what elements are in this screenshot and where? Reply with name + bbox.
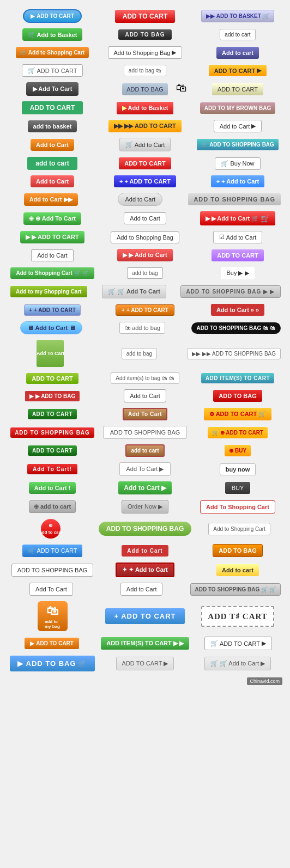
add-to-cart-small-blue[interactable]: + + ADD TO CART	[24, 304, 81, 316]
add-to-cart-green-flat[interactable]: ADD TO CART	[22, 101, 83, 114]
add-to-cart-purple[interactable]: ADD TO CART	[212, 249, 264, 261]
add-my-shopping-cart[interactable]: Add to my Shopping Cart	[10, 286, 87, 297]
add-to-cart-pill[interactable]: Add to Cart	[118, 193, 162, 206]
add-to-shopping-bag-dark[interactable]: ADD TO SHOPPING BAG ▶ ▶	[180, 285, 281, 298]
add-to-bag-button[interactable]: ADD TO BAG	[118, 29, 171, 40]
buy-button[interactable]: Buy ▶ ▶	[221, 267, 254, 279]
add-to-cart-dashed[interactable]: ADD T♯ CART	[201, 606, 274, 627]
add-to-shopping-cart-cart[interactable]: 🛒 🛒 Add to Cart ▶	[204, 657, 271, 670]
add-to-shopping-cart-orange[interactable]: ADD TO BAG	[213, 544, 262, 557]
add-to-cart-plain[interactable]: ADD TO SHOPPING BAG	[103, 426, 188, 439]
add-to-cart-outline[interactable]: 🛒 ADD TO CART	[22, 64, 83, 77]
add-to-cart-yellow[interactable]: ADD TO CART ▶	[209, 65, 267, 76]
add-to-basket-light[interactable]: ADD TO CART ▶	[116, 657, 174, 670]
add-items-to-cart-teal[interactable]: ADD ITEM(S) TO CART	[201, 373, 274, 383]
add-to-cart-yellow2[interactable]: ⊕ ADD TO CART 🛒	[204, 408, 272, 420]
add-to-cart-green3[interactable]: ▶ ▶ ADD TO CART	[20, 231, 84, 243]
add-to-cart-simple-border[interactable]: Add to Cart	[31, 249, 74, 261]
add-to-cart-cart-icon3[interactable]: 🛒 ADD TO CART	[22, 545, 83, 557]
add-to-cart-white6[interactable]: Add to Cart	[120, 583, 163, 596]
add-to-shopping-bag-arrows[interactable]: ▶▶ ▶▶ ADD TO SHOPPING BAG	[187, 348, 281, 359]
buy-plain[interactable]: buy now	[220, 463, 256, 475]
add-to-shopping-bag-icon[interactable]: ADD TO SHOPPING BAG 🛒 🛒	[190, 583, 281, 596]
add-to-cart-red-circle[interactable]: ⊕ add to cart	[41, 519, 61, 539]
add-to-cart-circle[interactable]: ⊕ ⊕ Add To Cart	[23, 212, 81, 225]
add-to-cart-border-white[interactable]: 🛒 ADD TO CART ▶	[204, 637, 272, 650]
add-to-cart-green4[interactable]: Add to Cart !	[29, 482, 76, 494]
add-to-cart-arrow-right[interactable]: Add to Cart ▶	[214, 120, 262, 132]
add-to-cart-orange[interactable]: Add to Cart	[31, 139, 74, 151]
add-to-shopping-bag-brown[interactable]: Add To Cart	[123, 408, 167, 420]
add-to-shopping-bag-button[interactable]: Add to Shopping Bag ▶	[108, 46, 183, 59]
add-to-cart-dark[interactable]: ▶ Add To Cart	[26, 82, 79, 96]
add-to-cart-pill-blue[interactable]: 🖥 Add to Cart 🖥	[20, 321, 82, 334]
buy-now-button[interactable]: 🛒 Buy Now	[215, 157, 260, 170]
add-to-bag-orange[interactable]: Add to cart	[216, 564, 259, 576]
add-to-cart-white[interactable]: Add to Cart	[124, 212, 166, 224]
add-to-shopping-cart-outline[interactable]: Add to Shopping Cart	[208, 523, 270, 535]
add-to-shopping-bag-blue-sm[interactable]: ADD TO CART	[28, 445, 77, 456]
add-to-cart-gray2[interactable]: ⊕ add to cart	[29, 500, 76, 513]
add-to-cart-cart-icon2[interactable]: 🛒 🛒 Add To Cart	[102, 285, 166, 298]
add-to-cart-darkred[interactable]: ADD TO SHOPPING BAG	[10, 427, 94, 438]
add-to-cart-green2[interactable]: add to cart	[27, 157, 77, 170]
add-to-cart-border-gray[interactable]: Order Now ▶	[122, 500, 168, 514]
add-to-cart-white5[interactable]: Add To Cart	[29, 583, 73, 596]
add-to-cart-red-append[interactable]: Add to Cart » »	[211, 304, 264, 316]
add-to-cart-white3[interactable]: Add To Cart ▶	[119, 462, 171, 476]
add-to-shopping-bag-black[interactable]: ADD TO SHOPPING BAG 🛍 🛍	[191, 322, 281, 334]
buy-plain2[interactable]: Add To Shopping Cart	[200, 500, 275, 514]
add-to-cart-bordered[interactable]: ☑ Add to Cart	[213, 231, 263, 243]
add-to-bag-icon-btn[interactable]: 🛍 add tomy bag	[38, 601, 68, 631]
add-to-shopping-bag-white[interactable]: Add to Shopping Bag	[111, 231, 179, 243]
add-to-cart-button-2[interactable]: ADD TO CART	[115, 10, 175, 23]
add-to-bag-icon[interactable]: 🛍 add to bag	[119, 322, 165, 334]
add-to-shopping-bag-sm[interactable]: Add to Cart	[122, 545, 168, 557]
add-to-cart-gold[interactable]: ADD TO CART	[212, 83, 263, 95]
add-to-shopping-bag-grey[interactable]: ADD TO SHOPPING BAG	[188, 193, 281, 205]
add-to-cart-green-arrow[interactable]: Add to Cart ▶	[118, 481, 171, 494]
add-to-bag-outline[interactable]: add to bag 🛍	[124, 65, 166, 76]
add-to-basket-dark[interactable]: add to basket	[28, 120, 77, 132]
add-to-cart-big-green[interactable]: + ADD TO CART	[105, 608, 184, 624]
add-to-cart-blue[interactable]: Add to cart	[216, 47, 259, 59]
order-now-button[interactable]: ADD TO SHOPPING BAG	[99, 522, 191, 536]
add-to-cart-small[interactable]: add to cart	[220, 29, 255, 40]
buy-now-dark[interactable]: BUY	[225, 482, 251, 494]
add-to-cart-red3[interactable]: ▶ ▶ Add to Cart	[117, 249, 173, 261]
add-items-to-bag[interactable]: Add item(s) to bag 🛍 🛍	[111, 372, 179, 384]
add-to-cart-white2[interactable]: Add to Cart	[124, 389, 166, 402]
add-to-bag-sm-red[interactable]: ▶ ADD TO CART	[25, 638, 79, 649]
add-to-cart-olivegreen[interactable]: ADD TO CART	[26, 373, 78, 384]
add-to-cart-blue-big[interactable]: ▶ ADD TO BAG 🛒	[10, 656, 94, 671]
add-to-cart-white4[interactable]: ADD TO SHOPPING BAG	[11, 564, 94, 577]
add-to-shopping-bag-teal[interactable]: 🛒 ADD TO SHOPPING BAG	[197, 139, 279, 150]
add-to-cart-blue-plus[interactable]: + + Add to Cart	[211, 175, 264, 187]
add-to-shopping-bag-dark2[interactable]: add to cart	[125, 444, 164, 457]
add-to-bag-plain[interactable]: add to bag	[127, 267, 162, 279]
add-to-cart-cart-icon[interactable]: 🛒 Add to Cart	[119, 138, 171, 151]
add-to-cart-red2[interactable]: Add to Cart	[31, 175, 74, 187]
add-to-bag-plain2[interactable]: add to bag	[122, 348, 157, 359]
add-to-cart-orange2[interactable]: + + ADD TO CART	[116, 304, 174, 316]
add-to-cart-arrow-btn[interactable]: ADD ITEM(S) TO CART ▶ ▶	[101, 637, 189, 650]
add-to-basket-red[interactable]: ▶ Add to Basket	[117, 102, 174, 114]
add-to-cart-plus[interactable]: + + ADD TO CART	[114, 175, 176, 187]
add-to-basket-button[interactable]: ▶▶ ADD TO BASKET 🛒	[201, 10, 274, 22]
add-to-cart-dark-yellow[interactable]: 🛒 ⊕ ADD TO CART	[208, 427, 268, 438]
add-to-bag-image[interactable]: ADD TO BAG	[122, 83, 167, 95]
add-to-cart-double-arrow[interactable]: ▶▶ ▶▶ ADD TO CART	[108, 120, 181, 132]
add-to-cart-gray[interactable]: ADD TO CART	[119, 157, 171, 169]
add-to-bag-dark2[interactable]: ▶ ▶ ADD TO BAG	[25, 391, 80, 401]
add-to-bag-red[interactable]: ADD TO BAG	[213, 390, 262, 402]
add-to-shopping-cart-button[interactable]: 🛒 Add to Shopping Cart	[16, 47, 89, 58]
add-to-cart-red-play[interactable]: ▶ ▶ Add to Cart 🛒 🛒	[200, 211, 276, 225]
add-to-cart-circle2[interactable]: ⊕ BUY	[225, 445, 251, 456]
add-to-cart-arrows[interactable]: Add to Cart ▶▶	[24, 193, 78, 206]
add-to-cart-stacked[interactable]: Add To Cart	[37, 340, 64, 367]
add-to-brown-bag[interactable]: ADD TO MY BROWN BAG	[200, 102, 275, 114]
add-to-shopping-cart-green[interactable]: Add to Shopping Cart 🛒 🛒	[10, 267, 94, 279]
add-to-basket-button-2[interactable]: 🛒 Add to Basket	[22, 28, 83, 41]
add-to-cart-darkred2[interactable]: Add To Cart!	[27, 464, 77, 474]
add-to-shopping-bag-green-small[interactable]: ADD TO CART	[28, 409, 77, 419]
